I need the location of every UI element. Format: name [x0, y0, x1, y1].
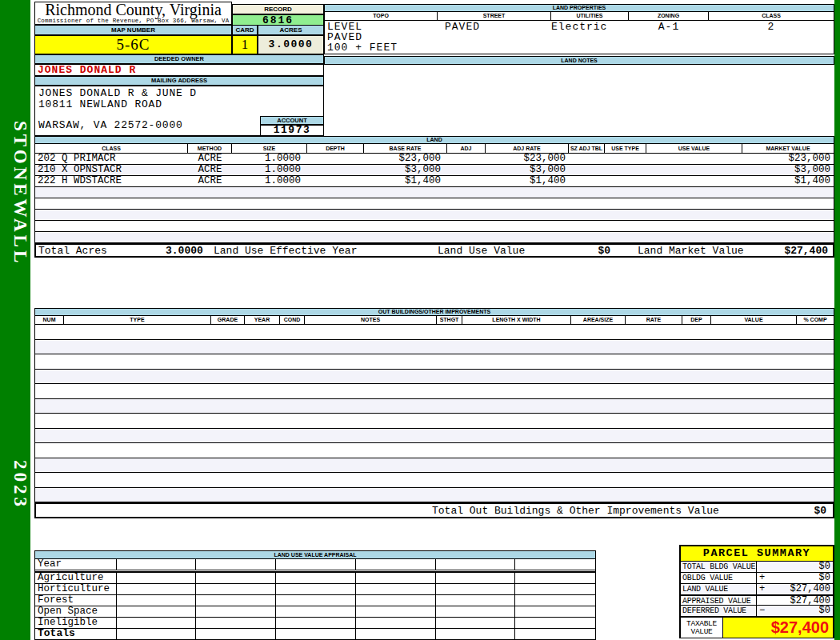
- cell-market-value: $3,000: [742, 165, 834, 175]
- summary-row-label: TOTAL BLDG VALUE: [681, 562, 757, 572]
- appraisal-cell: [515, 559, 595, 570]
- property-record-card: STONEWALL 2023 Richmond County, Virginia…: [0, 0, 840, 640]
- sidebar-district-label: STONEWALL: [0, 122, 30, 266]
- column-header: ADJ: [447, 144, 486, 154]
- sidebar-year-label: 2023: [0, 453, 30, 517]
- land-use-appraisal-table: LAND USE VALUE APPRAISAL Year Agricultur…: [34, 550, 596, 640]
- cell-base-rate: $1,400: [364, 176, 447, 186]
- summary-row-op: +: [759, 573, 765, 583]
- cell-use-type: [605, 165, 646, 175]
- column-header-street: STREET: [438, 12, 551, 21]
- cell-adj: [447, 154, 486, 164]
- cell-sz-adj-tbl: [569, 154, 605, 164]
- appraisal-cell: [117, 573, 197, 583]
- land-totals-row: Total Acres 3.0000 Land Use Effective Ye…: [34, 243, 834, 258]
- cell-base-rate: $3,000: [364, 165, 447, 175]
- address-line: WARSAW, VA 22572-0000: [38, 120, 183, 130]
- appraisal-cell: [356, 573, 436, 583]
- out-buildings-empty-row: [35, 340, 834, 355]
- column-header: TYPE: [64, 316, 211, 325]
- summary-row-label: OBLDG VALUE: [681, 573, 757, 583]
- appraisal-cell: [276, 606, 356, 617]
- cell-adj: [447, 176, 486, 186]
- out-buildings-empty-row: [35, 384, 834, 399]
- cell-sz-adj-tbl: [569, 165, 605, 175]
- column-header: MARKET VALUE: [742, 144, 834, 154]
- appraisal-cell: [276, 618, 356, 628]
- appraisal-cell: [276, 629, 356, 639]
- parcel-summary-row: APPRAISED VALUE $27,400: [681, 594, 833, 606]
- land-use-value: $0: [564, 246, 610, 257]
- summary-row-label: APPRAISED VALUE: [681, 596, 757, 605]
- appraisal-cell: [436, 629, 516, 639]
- cell-depth: [307, 154, 364, 164]
- column-header-topo: TOPO: [325, 12, 438, 21]
- appraisal-cell: [436, 595, 516, 606]
- card-value: 1: [232, 35, 258, 54]
- cell-use-value: [646, 154, 742, 164]
- address-line: JONES DONALD R & JUNE D: [38, 88, 197, 98]
- out-buildings-columns: NUM TYPE GRADE YEAR COND NOTES STHGT LEN…: [34, 316, 834, 325]
- appraisal-cell: [515, 606, 595, 617]
- summary-row-label: LAND VALUE: [681, 584, 757, 594]
- out-buildings-empty-row: [35, 488, 834, 503]
- out-buildings-empty-row: [35, 458, 834, 474]
- appraisal-cell: [515, 584, 595, 594]
- taxable-value-row: TAXABLE VALUE $27,400: [681, 617, 833, 638]
- appraisal-row-label: Forest: [35, 595, 117, 606]
- cell-method: ACRE: [188, 165, 232, 175]
- parcel-summary-row: LAND VALUE +$27,400: [681, 584, 833, 595]
- appraisal-row: Open Space: [35, 606, 595, 618]
- out-buildings-empty-row: [35, 399, 834, 414]
- cell-size: 1.0000: [232, 176, 307, 186]
- land-properties-values: LEVEL PAVED Electric A-1 2 PAVED 100 + F…: [324, 21, 834, 54]
- out-buildings-total-label: Total Out Buildings & Other Improvements…: [432, 505, 719, 518]
- out-buildings-empty-row: [35, 473, 834, 488]
- cell-base-rate: $23,000: [364, 154, 447, 164]
- appraisal-cell: [196, 559, 276, 570]
- cell-depth: [307, 176, 364, 186]
- cell-adj-rate: $1,400: [486, 176, 569, 186]
- appraisal-cell: [515, 573, 595, 583]
- deeded-owner-header: DEEDED OWNER: [34, 54, 324, 64]
- land-properties-section: LAND PROPERTIES TOPO STREET UTILITIES ZO…: [324, 4, 834, 54]
- appraisal-row: Totals: [35, 629, 595, 640]
- map-number-value: 5-6C: [34, 35, 232, 54]
- cell-method: ACRE: [188, 176, 232, 186]
- summary-row-op: +: [759, 584, 765, 594]
- land-empty-row: [35, 221, 834, 232]
- cell-use-type: [605, 154, 646, 164]
- appraisal-row: Year: [35, 559, 595, 570]
- county-title: Richmond County, Virginia: [35, 2, 231, 18]
- utilities-value: Electric: [551, 22, 607, 32]
- parcel-summary-row: TOTAL BLDG VALUE $0: [681, 562, 833, 573]
- out-buildings-header: OUT BUILDINGS/OTHER IMPROVEMENTS: [34, 308, 834, 316]
- appraisal-cell: [196, 584, 276, 594]
- cell-depth: [307, 165, 364, 175]
- appraisal-cell: [276, 584, 356, 594]
- summary-row-op: −: [759, 606, 765, 616]
- cell-use-value: [646, 176, 742, 186]
- taxable-value-label: TAXABLE VALUE: [681, 618, 723, 638]
- land-properties-columns: TOPO STREET UTILITIES ZONING CLASS: [324, 12, 834, 21]
- land-properties-header: LAND PROPERTIES: [324, 4, 834, 12]
- appraisal-cell: [436, 606, 516, 617]
- appraisal-cell: [436, 584, 516, 594]
- parcel-summary-row: DEFERRED VALUE −$0: [681, 606, 833, 617]
- column-header: RATE: [626, 316, 682, 325]
- cell-use-type: [605, 176, 646, 186]
- parcel-summary: PARCEL SUMMARY TOTAL BLDG VALUE $0 OBLDG…: [679, 545, 834, 638]
- land-use-appraisal-header: LAND USE VALUE APPRAISAL: [34, 550, 596, 559]
- cell-use-value: [646, 165, 742, 175]
- cell-method: ACRE: [188, 154, 232, 164]
- appraisal-row-label: Agriculture: [35, 573, 117, 583]
- topo-value-line3: 100 + FEET: [327, 42, 398, 53]
- appraisal-cell: [436, 573, 516, 583]
- cell-adj-rate: $3,000: [486, 165, 569, 175]
- summary-row-label: DEFERRED VALUE: [681, 606, 757, 616]
- appraisal-cell: [117, 584, 197, 594]
- out-buildings-rows: [34, 325, 834, 502]
- total-acres-value: 3.0000: [166, 246, 203, 257]
- land-table: LAND CLASS METHOD SIZE DEPTH BASE RATE A…: [34, 136, 834, 258]
- appraisal-cell: [356, 559, 436, 570]
